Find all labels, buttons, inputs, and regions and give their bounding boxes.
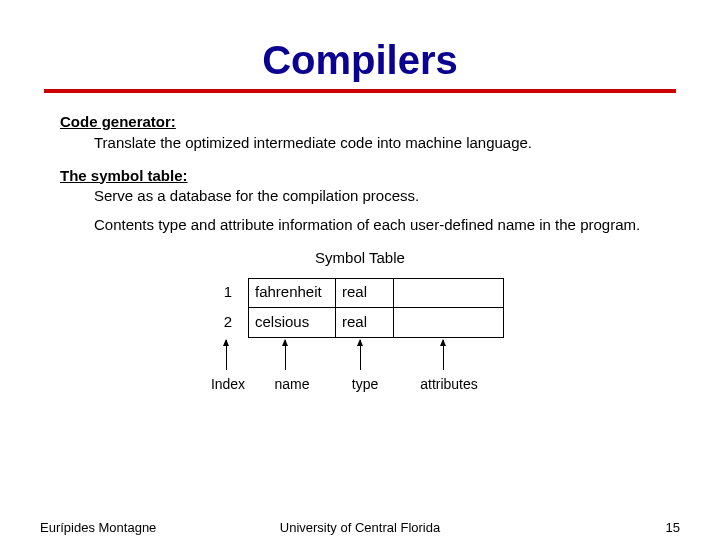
row-type: real [336,278,394,308]
symtab-body-2: Contents type and attribute information … [60,216,660,235]
codegen-heading: Code generator: [60,113,660,132]
symtab-heading: The symbol table: [60,167,660,186]
label-index: Index [208,376,248,394]
label-name: name [248,376,336,394]
label-attr: attributes [394,376,504,394]
footer-affiliation: University of Central Florida [0,520,720,535]
codegen-body: Translate the optimized intermediate cod… [60,134,660,153]
slide-body: Code generator: Translate the optimized … [0,93,720,393]
table-row: 2 celsious real [208,308,660,338]
symtab-body-1: Serve as a database for the compilation … [60,187,660,206]
row-name: celsious [248,308,336,338]
row-attr [394,278,504,308]
label-type: type [336,376,394,394]
symbol-table-title: Symbol Table [60,249,660,268]
row-index: 2 [208,308,248,338]
symbol-table: 1 fahrenheit real 2 celsious real Index … [60,278,660,394]
page-number: 15 [666,520,680,535]
column-labels: Index name type attributes [208,376,660,394]
row-index: 1 [208,278,248,308]
row-attr [394,308,504,338]
slide-title: Compilers [262,38,458,83]
row-name: fahrenheit [248,278,336,308]
row-type: real [336,308,394,338]
table-row: 1 fahrenheit real [208,278,660,308]
